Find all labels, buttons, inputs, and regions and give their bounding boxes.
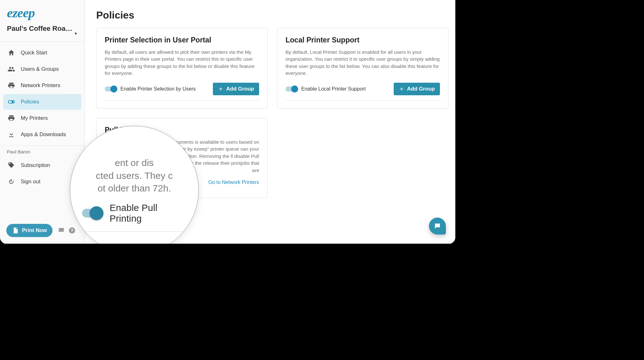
toggle-icon bbox=[8, 98, 15, 106]
toggle-group: Enable Printer Selection by Users bbox=[105, 86, 196, 92]
card-description: By default, all users are allowed to pic… bbox=[105, 49, 259, 77]
toggle-pull-printing[interactable] bbox=[82, 209, 102, 218]
feedback-icon[interactable] bbox=[58, 227, 65, 234]
letterbox bbox=[0, 244, 455, 255]
divider bbox=[70, 231, 198, 232]
card-description: By default, Local Printer Support is ena… bbox=[286, 49, 440, 77]
chat-icon bbox=[434, 222, 441, 230]
org-name: Paul's Coffee Roas... bbox=[7, 25, 73, 33]
sidebar-item-label: Policies bbox=[21, 99, 39, 105]
plus-icon bbox=[218, 86, 224, 92]
page-title: Policies bbox=[96, 9, 444, 21]
goto-network-printers-link[interactable]: Go to Network Printers bbox=[208, 180, 259, 185]
home-icon bbox=[8, 49, 15, 57]
sidebar-item-users[interactable]: Users & Groups bbox=[3, 61, 81, 77]
sidebar-item-label: Quick Start bbox=[21, 50, 47, 56]
svg-text:?: ? bbox=[71, 228, 74, 233]
card-local-printer: Local Printer Support By default, Local … bbox=[277, 28, 448, 108]
add-group-button[interactable]: Add Group bbox=[213, 83, 259, 95]
user-name-label: Paul Baron bbox=[0, 146, 85, 156]
sidebar-item-label: Apps & Downloads bbox=[21, 131, 66, 138]
sidebar-item-label: Sign out bbox=[21, 179, 40, 185]
svg-point-1 bbox=[12, 101, 14, 103]
sidebar-item-my-printers[interactable]: My Printers bbox=[3, 110, 81, 126]
card-action-row: Enable Local Printer Support Add Group bbox=[286, 83, 440, 101]
sidebar-item-label: Users & Groups bbox=[21, 66, 59, 72]
sidebar-item-label: Network Printers bbox=[21, 82, 60, 89]
sidebar-item-subscription[interactable]: Subscription bbox=[3, 158, 81, 173]
toggle-label: Enable Local Printer Support bbox=[301, 86, 366, 92]
sidebar-item-label: My Printers bbox=[21, 115, 48, 121]
zoom-toggle-row: Enable Pull Printing bbox=[82, 202, 186, 224]
card-action-row: Enable Printer Selection by Users Add Gr… bbox=[105, 83, 259, 101]
sidebar-item-apps[interactable]: Apps & Downloads bbox=[3, 127, 81, 142]
bottom-icons: ? bbox=[58, 227, 76, 234]
chevron-down-icon: ▼ bbox=[74, 31, 78, 36]
toggle-label: Enable Pull Printing bbox=[110, 202, 186, 224]
toggle-local-printer[interactable] bbox=[286, 86, 297, 91]
toggle-printer-selection[interactable] bbox=[105, 86, 116, 91]
app-window: ezeep Paul's Coffee Roas... ▼ Quick Star… bbox=[0, 0, 455, 244]
download-icon bbox=[8, 131, 15, 138]
zoom-text-fragment: ent or dis cted users. They c ot older t… bbox=[96, 157, 173, 195]
help-icon[interactable]: ? bbox=[68, 227, 76, 234]
org-switcher[interactable]: Paul's Coffee Roas... ▼ bbox=[0, 21, 85, 42]
card-title: Local Printer Support bbox=[286, 36, 440, 44]
card-title: Printer Selection in User Portal bbox=[105, 36, 259, 44]
tag-icon bbox=[8, 162, 15, 169]
add-group-button[interactable]: Add Group bbox=[394, 83, 440, 95]
brand-area: ezeep bbox=[0, 0, 85, 21]
sidebar-item-quickstart[interactable]: Quick Start bbox=[3, 45, 81, 61]
sidebar-item-label: Subscription bbox=[21, 162, 50, 169]
button-label: Add Group bbox=[407, 86, 435, 92]
sidebar-item-policies[interactable]: Policies bbox=[3, 94, 81, 110]
brand-logo: ezeep bbox=[7, 6, 78, 19]
sidebar-bottom: Print Now ? bbox=[0, 218, 85, 244]
sidebar-nav: Quick Start Users & Groups Network Print… bbox=[0, 42, 85, 146]
button-label: Add Group bbox=[226, 86, 254, 92]
card-printer-selection: Printer Selection in User Portal By defa… bbox=[96, 28, 268, 108]
printer-icon bbox=[8, 114, 15, 122]
plus-icon bbox=[399, 86, 404, 92]
document-icon bbox=[12, 227, 19, 234]
users-icon bbox=[8, 65, 15, 73]
power-icon bbox=[8, 178, 15, 186]
sidebar-item-network-printers[interactable]: Network Printers bbox=[3, 78, 81, 93]
print-now-label: Print Now bbox=[22, 227, 47, 234]
printer-icon bbox=[8, 82, 15, 89]
chat-button[interactable] bbox=[429, 218, 446, 235]
toggle-group: Enable Local Printer Support bbox=[286, 86, 366, 92]
print-now-button[interactable]: Print Now bbox=[6, 224, 53, 237]
toggle-label: Enable Printer Selection by Users bbox=[120, 86, 196, 92]
